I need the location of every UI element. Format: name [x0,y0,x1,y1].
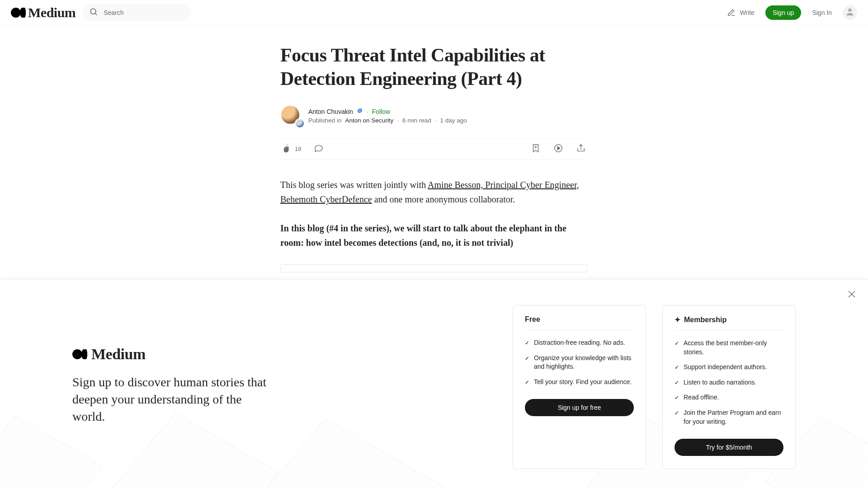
avatar[interactable] [843,5,857,20]
paywall-banner: Medium Sign up to discover human stories… [0,279,868,488]
clap-count: 18 [295,145,301,152]
try-membership-button[interactable]: Try for $5/month [675,439,783,456]
comment-button[interactable] [314,143,324,155]
publication-avatar [295,118,305,128]
bookmark-icon [531,143,541,155]
membership-plan-item: Read offline. [675,393,783,402]
close-button[interactable] [846,289,857,300]
signin-link[interactable]: Sign In [812,9,832,16]
free-plan-card: Free Distraction-free reading. No ads. O… [513,305,646,469]
membership-plan-item: Listen to audio narrations. [675,378,783,387]
membership-plan-title: Membership [684,316,726,324]
play-icon [553,143,563,155]
search-box[interactable] [83,4,191,22]
byline: Anton Chuvakin · Follow Published in Ant… [280,105,588,127]
navbar: Medium Write Sign up Sign In [0,0,868,26]
write-icon [726,7,736,19]
author-name[interactable]: Anton Chuvakin [308,108,353,115]
close-icon [846,293,857,301]
read-time: 6 min read [402,117,431,124]
follow-button[interactable]: Follow [372,108,390,115]
membership-plan-item: Support independent authors. [675,363,783,372]
svg-point-0 [91,9,96,14]
paywall-tagline: Sign up to discover human stories that d… [72,374,276,425]
verified-icon [357,108,363,115]
star-icon: ✦ [675,315,680,324]
action-bar: 18 [280,138,588,160]
author-avatar[interactable] [280,105,302,127]
svg-line-1 [95,14,97,15]
article: Focus Threat Intel Capabilities at Detec… [280,26,588,272]
article-paragraph: In this blog (#4 in the series), we will… [280,223,566,248]
clap-icon [282,143,292,155]
membership-plan-item: Join the Partner Program and earn for yo… [675,408,783,426]
write-label: Write [740,9,755,16]
publication-name[interactable]: Anton on Security [345,117,394,124]
logo[interactable]: Medium [11,5,75,20]
free-plan-item: Tell your story. Find your audience. [525,378,634,387]
svg-point-2 [848,9,851,12]
signup-button[interactable]: Sign up [765,5,801,20]
search-icon [89,7,98,18]
share-button[interactable] [576,143,586,155]
free-plan-item: Organize your knowledge with lists and h… [525,354,634,371]
paywall-logo: Medium [72,346,276,363]
clap-button[interactable]: 18 [282,143,301,155]
membership-plan-card: ✦Membership Access the best member-only … [662,305,796,469]
article-body: This blog series was written jointly wit… [280,178,588,272]
article-title: Focus Threat Intel Capabilities at Detec… [280,44,588,90]
share-icon [576,143,586,155]
person-icon [845,7,855,19]
comment-icon [314,143,324,155]
signup-free-button[interactable]: Sign up for free [525,399,634,416]
free-plan-title: Free [525,315,634,324]
membership-plan-item: Access the best member-only stories. [675,339,783,357]
publish-date: 1 day ago [440,117,467,124]
embedded-card [280,264,588,272]
search-input[interactable] [104,9,185,16]
write-link[interactable]: Write [726,7,755,19]
published-in-label: Published in [308,117,342,124]
logo-wordmark: Medium [28,5,75,20]
listen-button[interactable] [553,143,563,155]
free-plan-item: Distraction-free reading. No ads. [525,338,634,347]
bookmark-button[interactable] [531,143,541,155]
